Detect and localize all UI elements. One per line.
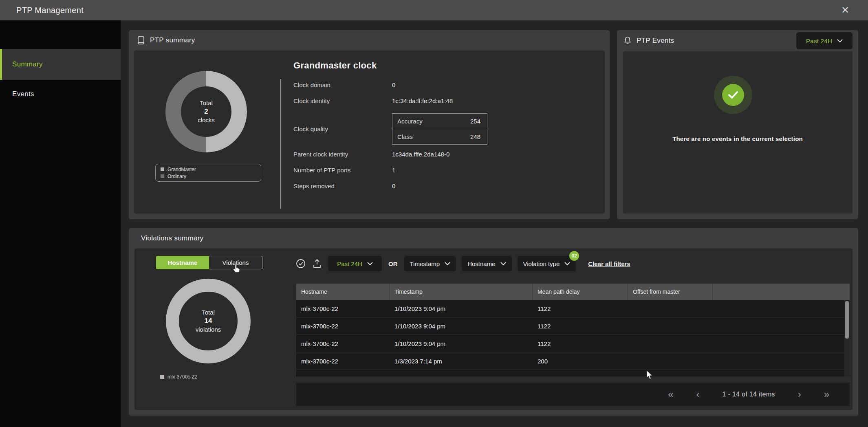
violations-donut-chart: Total 14 violations bbox=[166, 279, 251, 363]
title-bar: PTP Management ✕ bbox=[0, 0, 868, 20]
ptp-events-header: PTP Events Past 24H bbox=[617, 30, 858, 51]
ptp-events-title: PTP Events bbox=[637, 37, 674, 45]
donut-total-value: 14 bbox=[205, 317, 212, 326]
violations-header: Violations summary bbox=[129, 228, 858, 249]
detail-row-clock-identity: Clock identity 1c:34:da:ff:fe:2d:a1:48 bbox=[293, 97, 593, 107]
violations-table: Hostname Timestamp Mean path delay Offse… bbox=[296, 284, 850, 376]
legend-swatch bbox=[161, 174, 164, 178]
or-label: OR bbox=[388, 260, 399, 267]
table-row[interactable]: mlx-3700c-22 1/10/2023 9:04 pm 1122 bbox=[296, 300, 850, 317]
no-events-message: There are no events in the current selec… bbox=[623, 135, 853, 142]
clock-quality-table: Accuracy 254 Class 248 bbox=[392, 113, 487, 145]
clear-all-filters-link[interactable]: Clear all filters bbox=[588, 260, 630, 267]
sidebar: Summary Events bbox=[0, 20, 121, 427]
first-page-icon[interactable]: « bbox=[668, 390, 673, 399]
success-check-icon bbox=[722, 84, 744, 106]
ptp-summary-panel: Total 2 clocks GrandMaster Ordinary Gran… bbox=[134, 51, 605, 214]
violations-card: Violations summary Hostname Violations T… bbox=[129, 228, 858, 416]
violation-type-dropdown[interactable]: Violation type 02 bbox=[518, 256, 576, 271]
success-halo bbox=[714, 76, 752, 114]
chevron-down-icon bbox=[837, 39, 843, 42]
sidebar-item-events[interactable]: Events bbox=[0, 80, 121, 108]
col-hostname[interactable]: Hostname bbox=[296, 284, 390, 300]
col-offset-from-master[interactable]: Offset from master bbox=[628, 284, 713, 300]
detail-row-clock-quality: Clock quality Accuracy 254 Class 248 bbox=[293, 113, 593, 145]
sidebar-item-label: Summary bbox=[12, 60, 43, 68]
ptp-management-window: PTP Management ✕ Summary Events PTP summ… bbox=[0, 0, 868, 427]
bell-icon bbox=[623, 36, 632, 45]
time-range-dropdown[interactable]: Past 24H bbox=[328, 256, 382, 271]
toggle-hostname-button[interactable]: Hostname bbox=[156, 256, 209, 269]
donut-total-value: 2 bbox=[204, 107, 208, 116]
filter-count-badge: 02 bbox=[569, 251, 579, 261]
quality-row-class: Class 248 bbox=[392, 129, 487, 144]
table-scrollbar[interactable] bbox=[844, 300, 850, 376]
pagination-bar: « ‹ 1 - 14 of 14 items › » bbox=[296, 383, 850, 406]
ptp-events-card: PTP Events Past 24H There are no events … bbox=[617, 30, 858, 219]
detail-row-ptp-ports: Number of PTP ports 1 bbox=[293, 167, 593, 176]
next-page-icon[interactable]: › bbox=[798, 390, 801, 399]
pager-controls: « ‹ 1 - 14 of 14 items › » bbox=[668, 383, 829, 406]
export-icon[interactable] bbox=[312, 258, 322, 269]
chevron-down-icon bbox=[564, 262, 570, 265]
legend-item-hostname: mlx-3700c-22 bbox=[167, 374, 197, 380]
legend-item-ordinary: Ordinary bbox=[161, 174, 256, 179]
donut-total-label: Total bbox=[202, 308, 215, 317]
chevron-down-icon bbox=[367, 262, 373, 265]
select-all-icon[interactable] bbox=[295, 258, 306, 269]
table-row[interactable]: mlx-3700c-22 1/10/2023 9:04 pm 1122 bbox=[296, 317, 850, 335]
summary-book-icon bbox=[137, 36, 145, 45]
scrollbar-thumb[interactable] bbox=[845, 301, 849, 339]
clocks-donut-legend: GrandMaster Ordinary bbox=[155, 164, 261, 182]
chevron-down-icon bbox=[500, 262, 506, 265]
window-title: PTP Management bbox=[0, 6, 84, 15]
sidebar-item-summary[interactable]: Summary bbox=[0, 49, 121, 80]
col-empty bbox=[713, 284, 850, 300]
clocks-donut-chart: Total 2 clocks bbox=[165, 71, 247, 152]
ptp-summary-card: PTP summary Total 2 clocks GrandMaster O… bbox=[129, 30, 610, 219]
violations-title: Violations summary bbox=[141, 234, 203, 242]
prev-page-icon[interactable]: ‹ bbox=[696, 390, 700, 399]
pagination-label: 1 - 14 of 14 items bbox=[723, 391, 775, 398]
vertical-divider bbox=[280, 79, 281, 209]
chevron-down-icon bbox=[445, 262, 450, 265]
sidebar-item-label: Events bbox=[12, 90, 34, 98]
donut-unit-label: clocks bbox=[198, 116, 215, 124]
ptp-summary-title: PTP summary bbox=[150, 36, 195, 44]
filters-toolbar: Past 24H OR Timestamp Hostname bbox=[295, 255, 630, 272]
legend-item-grandmaster: GrandMaster bbox=[161, 167, 256, 172]
grandmaster-heading: Grandmaster clock bbox=[293, 60, 593, 71]
last-page-icon[interactable]: » bbox=[824, 390, 829, 399]
ptp-events-panel: There are no events in the current selec… bbox=[623, 51, 853, 214]
grandmaster-details: Grandmaster clock Clock domain 0 Clock i… bbox=[293, 60, 593, 198]
table-body: mlx-3700c-22 1/10/2023 9:04 pm 1122 mlx-… bbox=[296, 300, 850, 376]
donut-unit-label: violations bbox=[196, 326, 221, 334]
timestamp-dropdown[interactable]: Timestamp bbox=[404, 256, 456, 271]
events-range-dropdown[interactable]: Past 24H bbox=[796, 32, 853, 49]
quality-row-accuracy: Accuracy 254 bbox=[392, 114, 487, 129]
detail-row-parent-identity: Parent clock identity 1c34da.fffe.2da148… bbox=[293, 151, 593, 161]
group-by-toggle: Hostname Violations bbox=[156, 256, 262, 269]
table-row[interactable]: mlx-3700c-22 1/3/2023 7:14 pm 200 bbox=[296, 352, 850, 370]
legend-swatch bbox=[160, 375, 164, 379]
col-timestamp[interactable]: Timestamp bbox=[390, 284, 533, 300]
table-row[interactable]: mlx-3700c-22 1/3/2023 7:13 pm 200 bbox=[296, 370, 850, 376]
col-mean-path-delay[interactable]: Mean path delay bbox=[533, 284, 628, 300]
donut-total-label: Total bbox=[200, 99, 213, 107]
violations-panel: Hostname Violations Total 14 violations … bbox=[134, 249, 853, 410]
table-header-row: Hostname Timestamp Mean path delay Offse… bbox=[296, 284, 850, 300]
detail-row-steps-removed: Steps removed 0 bbox=[293, 183, 593, 192]
close-icon[interactable]: ✕ bbox=[839, 4, 851, 16]
violations-donut-legend: mlx-3700c-22 bbox=[160, 374, 197, 380]
ptp-summary-header: PTP summary bbox=[129, 30, 610, 51]
legend-swatch bbox=[161, 167, 164, 171]
detail-row-clock-domain: Clock domain 0 bbox=[293, 81, 593, 91]
hostname-dropdown[interactable]: Hostname bbox=[462, 256, 511, 271]
toggle-violations-button[interactable]: Violations bbox=[209, 256, 262, 269]
table-row[interactable]: mlx-3700c-22 1/10/2023 9:04 pm 1122 bbox=[296, 335, 850, 352]
